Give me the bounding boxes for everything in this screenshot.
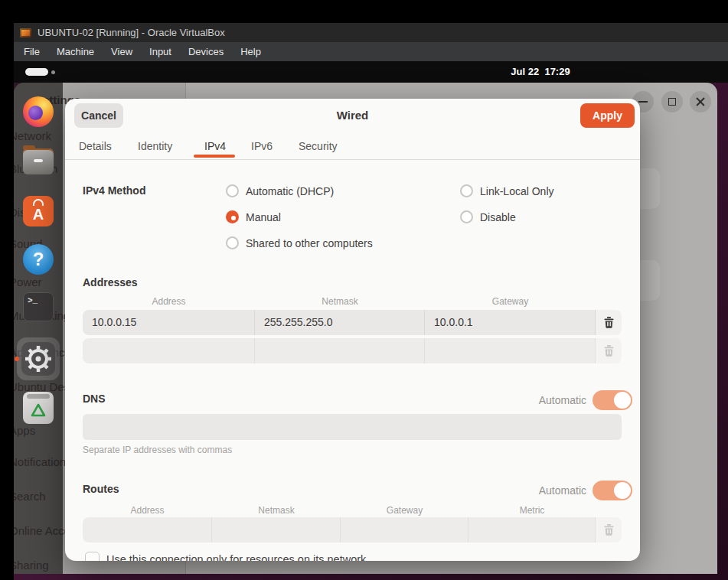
routes-automatic-label: Automatic [539, 484, 586, 497]
addresses-heading: Addresses [83, 276, 138, 288]
trash-icon [604, 524, 614, 536]
route-address-input[interactable] [83, 517, 212, 543]
radio-shared[interactable]: Shared to other computers [226, 236, 373, 249]
delete-address-button[interactable] [596, 310, 622, 335]
radio-icon[interactable] [460, 184, 473, 197]
menu-file[interactable]: File [15, 42, 48, 61]
radio-manual[interactable]: Manual [226, 210, 281, 223]
virtualbox-window: UBUNTU-02 [Running] - Oracle VirtualBox … [0, 0, 728, 580]
radio-icon[interactable] [460, 210, 473, 223]
radio-label: Shared to other computers [246, 237, 373, 249]
route-gateway-input[interactable] [341, 517, 468, 543]
trash-icon [604, 317, 614, 328]
col-gateway: Gateway [341, 505, 468, 516]
vm-screen: Jul 22 17:29 Settings Network Bluetooth … [14, 61, 728, 580]
ubuntu-software-icon[interactable]: A [23, 196, 54, 226]
menu-help[interactable]: Help [232, 42, 269, 61]
tab-details[interactable]: Details [79, 140, 112, 152]
tab-ipv6[interactable]: IPv6 [251, 140, 273, 152]
address-row-1: 10.0.0.15 255.255.255.0 10.0.0.1 [83, 310, 622, 335]
gateway-input-empty[interactable] [425, 338, 596, 363]
menu-devices[interactable]: Devices [180, 42, 232, 61]
address-row-2 [83, 338, 622, 363]
terminal-icon[interactable]: >_ [23, 292, 54, 321]
settings-gear-icon[interactable] [21, 342, 55, 376]
col-metric: Metric [468, 505, 596, 516]
toggle-knob [614, 482, 631, 499]
address-input[interactable]: 10.0.0.15 [83, 310, 255, 335]
clock[interactable]: Jul 22 17:29 [479, 66, 602, 77]
radio-disable[interactable]: Disable [460, 210, 516, 223]
software-letter: A [23, 205, 54, 223]
maximize-icon [668, 98, 676, 106]
routes-automatic-toggle[interactable] [593, 481, 632, 500]
radio-icon[interactable] [226, 236, 239, 249]
radio-icon-checked[interactable] [226, 210, 239, 223]
radio-label: Disable [480, 211, 516, 223]
col-netmask: Netmask [212, 505, 341, 516]
dialog-title: Wired [65, 109, 640, 122]
dns-servers-input[interactable] [83, 414, 622, 440]
netmask-input[interactable]: 255.255.255.0 [255, 310, 425, 335]
delete-route-button-disabled [596, 517, 622, 543]
tab-security[interactable]: Security [299, 140, 338, 152]
gear-glyph [24, 345, 52, 373]
menu-machine[interactable]: Machine [48, 42, 103, 61]
route-netmask-input[interactable] [212, 517, 341, 543]
vbox-window-title: UBUNTU-02 [Running] - Oracle VirtualBox [38, 27, 225, 38]
ipv4-method-label: IPv4 Method [83, 184, 145, 197]
tab-ipv4[interactable]: IPv4 [204, 140, 226, 152]
running-indicator-dot [15, 357, 19, 361]
address-input-empty[interactable] [83, 338, 255, 363]
toggle-knob [614, 392, 631, 409]
trash-bin-icon[interactable] [23, 392, 54, 424]
only-this-network-checkbox[interactable] [85, 552, 100, 561]
tabs-divider [65, 159, 640, 160]
radio-label: Link-Local Only [480, 185, 554, 197]
dock: A ? >_ [14, 83, 63, 574]
col-address: Address [83, 296, 255, 307]
menu-view[interactable]: View [103, 42, 141, 61]
radio-label: Automatic (DHCP) [246, 185, 334, 197]
menu-input[interactable]: Input [141, 42, 180, 61]
apply-button[interactable]: Apply [580, 103, 635, 128]
maximize-button[interactable] [661, 91, 683, 112]
radio-link-local[interactable]: Link-Local Only [460, 184, 554, 197]
route-metric-input[interactable] [468, 517, 596, 543]
minimize-icon [638, 101, 648, 103]
dns-automatic-toggle[interactable] [593, 390, 632, 410]
dns-heading: DNS [83, 393, 106, 405]
gnome-topbar: Jul 22 17:29 [14, 61, 728, 83]
wired-dialog: Cancel Wired Apply Details Identity IPv4… [65, 99, 640, 561]
col-address: Address [83, 505, 212, 516]
radio-icon[interactable] [226, 184, 239, 197]
dns-hint: Separate IP addresses with commas [83, 445, 232, 455]
routes-column-headers: Address Netmask Gateway Metric [83, 505, 622, 516]
vbox-menubar: File Machine View Input Devices Help [14, 42, 728, 61]
routes-heading: Routes [83, 483, 119, 495]
workspace-indicator-pill[interactable] [25, 68, 48, 76]
netmask-input-empty[interactable] [255, 338, 425, 363]
active-tab-underline [194, 155, 235, 158]
tab-identity[interactable]: Identity [138, 140, 172, 152]
gateway-input[interactable]: 10.0.0.1 [425, 310, 596, 335]
vbox-titlebar: UBUNTU-02 [Running] - Oracle VirtualBox [14, 23, 728, 42]
workspace-indicator-dot[interactable] [51, 70, 55, 74]
firefox-icon[interactable] [23, 96, 54, 127]
route-row-1 [83, 517, 622, 543]
col-gateway: Gateway [425, 296, 596, 307]
trash-icon [604, 345, 614, 357]
files-icon[interactable] [23, 148, 54, 174]
help-icon[interactable]: ? [23, 244, 54, 275]
only-this-network-label: Use this connection only for resources o… [106, 553, 366, 561]
recycle-icon [30, 402, 47, 418]
dns-automatic-label: Automatic [539, 394, 586, 406]
addresses-column-headers: Address Netmask Gateway [83, 296, 622, 307]
col-netmask: Netmask [255, 296, 425, 307]
virtualbox-logo-icon [20, 28, 31, 37]
radio-automatic-dhcp[interactable]: Automatic (DHCP) [226, 184, 334, 197]
radio-label: Manual [246, 211, 281, 223]
close-button[interactable] [690, 91, 711, 112]
delete-address-button-disabled [596, 338, 622, 363]
